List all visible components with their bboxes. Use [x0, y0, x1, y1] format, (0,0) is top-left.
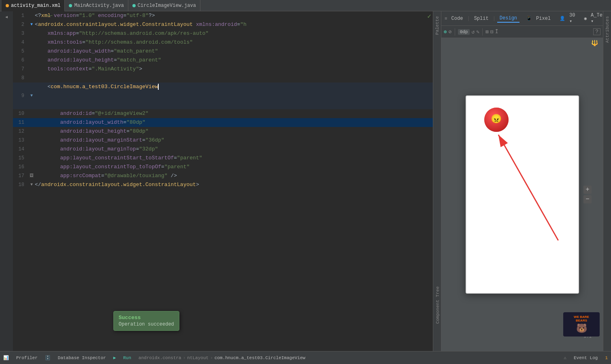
- design-tab-btn[interactable]: Design: [497, 15, 519, 23]
- code-line-8: 8: [13, 74, 433, 83]
- code-line-3: 3 xmlns:app="http://schemas.android.com/…: [13, 29, 433, 38]
- split-tab-btn[interactable]: Split: [472, 15, 491, 22]
- success-toast: Success Operation succeeded: [113, 311, 179, 331]
- line-content-11: android:layout_width="80dp": [35, 118, 433, 127]
- line-num-11: 11: [13, 118, 28, 127]
- code-line-5: 5 android:layout_width="match_parent": [13, 47, 433, 56]
- event-log-btn[interactable]: Event Log: [571, 355, 600, 361]
- code-line-1: 1 <?xml version="1.0" encoding="utf-8"?>: [13, 11, 433, 20]
- event-icon: ⚠️: [564, 355, 566, 360]
- code-line-7: 7 tools:context=".MainActivity">: [13, 65, 433, 74]
- person-icon: 👤: [560, 16, 565, 21]
- toolbar2-pan-icon[interactable]: ⊘: [449, 29, 452, 35]
- line-num-10: 10: [13, 109, 28, 118]
- line-num-7: 7: [13, 65, 28, 74]
- zoom-out-btn[interactable]: −: [583, 195, 592, 203]
- collapse-icon-9[interactable]: ▼: [30, 91, 33, 100]
- line-num-5: 5: [13, 47, 28, 56]
- db-inspector-btn[interactable]: Database Inspector: [55, 355, 109, 361]
- line-num-12: 12: [13, 127, 28, 136]
- line-content-16: app:layout_constraintTop_toTopOf="parent…: [35, 163, 433, 171]
- line-gutter-17: 🖼: [28, 171, 35, 180]
- run-btn[interactable]: Run: [121, 355, 134, 361]
- line-content-13: android:layout_marginStart="36dp": [35, 136, 433, 145]
- phone-mockup: 😠: [466, 95, 579, 294]
- line-num-18: 18: [13, 180, 28, 189]
- toolbar2-refresh-icon[interactable]: ↺: [471, 29, 475, 35]
- line-num-2: 2: [13, 20, 28, 29]
- breadcrumb: androidx.constra › ntLayout › com.hnucm.…: [138, 356, 559, 360]
- status-bar: 📊 Profiler 🗄️ Database Inspector ▶ Run a…: [0, 351, 611, 364]
- red-arrow-overlay: [466, 96, 578, 293]
- line-content-8: [35, 74, 433, 83]
- tab-dot-java2: [132, 4, 136, 7]
- breadcrumb-part2: ntLayout: [187, 356, 209, 360]
- breadcrumb-sep1: ›: [183, 356, 186, 360]
- device-selector[interactable]: Pixel: [534, 15, 553, 22]
- code-line-10: 10 android:id="@+id/imageView2": [13, 109, 433, 118]
- design-toolbar: ≡ Code | Split | Design 📱 Pixel 👤 30 ▾ ◉…: [441, 11, 603, 26]
- toolbar2-edit-icon[interactable]: ✎: [476, 29, 479, 35]
- component-tree-label: Component Tree: [435, 286, 440, 324]
- toolbar2-help-icon[interactable]: ?: [593, 28, 600, 35]
- toast-message: Operation succeeded: [119, 322, 174, 327]
- tab-label-java2: CircleImageView.java: [138, 3, 196, 8]
- zoom-in-btn[interactable]: +: [583, 186, 592, 194]
- toolbar2-list-icon[interactable]: ⊟: [490, 29, 494, 35]
- toolbar-sep-left: ≡: [445, 16, 447, 21]
- code-line-18: 18 ▼ </androidx.constraintlayout.widget.…: [13, 180, 433, 189]
- line-content-15: app:layout_constraintStart_toStartOf="pa…: [35, 154, 433, 163]
- build-success-icon: ✓: [427, 12, 431, 20]
- fold-icon-18[interactable]: ▼: [30, 180, 33, 189]
- db-icon: 🗄️: [45, 355, 51, 360]
- code-tab-btn[interactable]: Code: [449, 15, 466, 22]
- line-num-9: 9: [13, 91, 28, 100]
- line-num-14: 14: [13, 145, 28, 154]
- code-line-12: 12 android:layout_height="80dp": [13, 127, 433, 136]
- pin-icon: 🔱: [591, 40, 598, 47]
- code-line-14: 14 android:layout_marginTop="32dp": [13, 145, 433, 154]
- toolbar2-select-icon[interactable]: ⊕: [444, 29, 447, 35]
- toolbar2-margin-input[interactable]: 0dp: [458, 29, 470, 35]
- attributes-panel: Attributes: [603, 11, 611, 351]
- line-content-6: android:layout_height="match_parent": [35, 56, 433, 65]
- line-content-3: xmlns:app="http://schemas.android.com/ap…: [35, 29, 433, 38]
- warning-count: 1: [605, 356, 608, 360]
- tab-main-activity-java[interactable]: MainActivity.java: [65, 0, 128, 11]
- line-num-4: 4: [13, 38, 28, 47]
- palette-label: Palette: [435, 16, 440, 35]
- code-line-2: 2 ▼ <androidx.constraintlayout.widget.Co…: [13, 20, 433, 29]
- profiler-btn[interactable]: Profiler: [14, 355, 40, 361]
- collapse-icon-2[interactable]: ▼: [30, 20, 33, 29]
- line-content-14: android:layout_marginTop="32dp": [35, 145, 433, 154]
- line-num-8: 8: [13, 74, 28, 83]
- device-icon: 📱: [526, 15, 532, 21]
- line-content-18: </androidx.constraintlayout.widget.Const…: [35, 180, 433, 189]
- tab-circle-image-view-java[interactable]: CircleImageView.java: [128, 0, 200, 11]
- design-panel: ≡ Code | Split | Design 📱 Pixel 👤 30 ▾ ◉…: [441, 11, 603, 351]
- code-line-13: 13 android:layout_marginStart="36dp": [13, 136, 433, 145]
- toolbar2-grid-icon[interactable]: ⊞: [485, 29, 489, 35]
- line-content-5: android:layout_width="match_parent": [35, 47, 433, 56]
- line-gutter-18: ▼: [28, 180, 35, 189]
- line-gutter-9: ▼: [28, 91, 35, 100]
- canvas-area[interactable]: 🔱 😠: [441, 38, 603, 351]
- code-editor[interactable]: ✓ 1 <?xml version="1.0" encoding="utf-8"…: [13, 11, 433, 351]
- left-gutter: ◀: [0, 11, 13, 351]
- bears-logo: WE BARE BEARS 🐻: [563, 312, 600, 336]
- code-line-17: 17 🖼 app:srcCompat="@drawable/touxiang" …: [13, 171, 433, 180]
- code-line-6: 6 android:layout_height="match_parent": [13, 56, 433, 65]
- zoom-controls: + −: [583, 186, 592, 203]
- scale-selector[interactable]: 30 ▾: [567, 12, 577, 25]
- line-content-4: xmlns:tools="http://schemas.android.com/…: [35, 38, 433, 47]
- breadcrumb-part1: androidx.constra: [138, 356, 181, 360]
- line-content-2: <androidx.constraintlayout.widget.Constr…: [35, 20, 433, 29]
- circle-icon: ◉: [584, 16, 587, 21]
- line-gutter-2: ▼: [28, 20, 35, 29]
- line-content-1: <?xml version="1.0" encoding="utf-8"?>: [35, 11, 433, 20]
- tab-activity-main-xml[interactable]: activity_main.xml: [2, 0, 65, 11]
- code-line-15: 15 app:layout_constraintStart_toStartOf=…: [13, 154, 433, 163]
- toolbar2-text-icon[interactable]: Ī: [495, 29, 498, 35]
- main-layout: ◀ ✓ 1 <?xml version="1.0" encoding="utf-…: [0, 11, 611, 351]
- line-num-3: 3: [13, 29, 28, 38]
